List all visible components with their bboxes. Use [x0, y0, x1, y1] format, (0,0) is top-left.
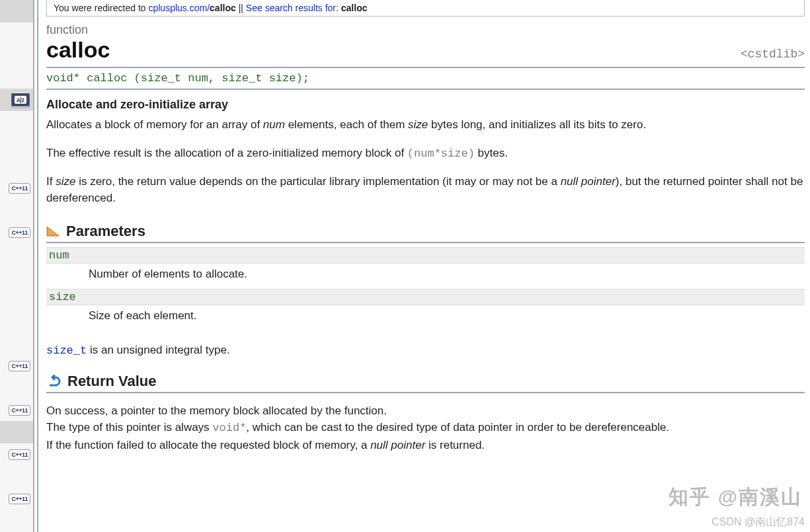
parameters-list: num Number of elements to allocate. size… [46, 247, 805, 330]
size_t-link[interactable]: size_t [46, 344, 87, 357]
param-name: size [46, 289, 805, 305]
triangle-ruler-icon [46, 226, 60, 237]
alpha-index-icon[interactable]: a|z [11, 93, 30, 107]
cpp11-badge: C++11 [9, 449, 30, 460]
param-desc: Number of elements to allocate. [46, 264, 805, 289]
sidebar: a|z C++11 C++11 C++11 C++11 C++11 C++11 [0, 0, 34, 532]
redirect-notice: You were redirected to cplusplus.com/cal… [46, 0, 805, 17]
size_t-note: size_t is an unsigned integral type. [46, 344, 805, 357]
page-title: calloc [46, 37, 110, 63]
param-desc: Size of each element. [46, 305, 805, 330]
description: Allocates a block of memory for an array… [46, 117, 805, 207]
return-value-heading: Return Value [46, 373, 805, 393]
signature: void* calloc (size_t num, size_t size); [46, 72, 805, 85]
return-value-text: On success, a pointer to the memory bloc… [46, 402, 805, 454]
svg-marker-0 [47, 227, 59, 236]
entity-kind: function [46, 23, 805, 37]
header-lib: <cstdlib> [741, 48, 805, 61]
return-arrow-icon [46, 375, 61, 388]
parameters-heading: Parameters [46, 223, 805, 243]
cpp11-badge: C++11 [9, 361, 30, 371]
cpp11-badge: C++11 [9, 405, 30, 416]
cpp11-badge: C++11 [9, 227, 30, 238]
brief: Allocate and zero-initialize array [46, 98, 805, 112]
cpp11-badge: C++11 [9, 183, 30, 194]
param-name: num [46, 247, 805, 264]
search-results-link[interactable]: See search results for: [246, 3, 341, 13]
cpp11-badge: C++11 [9, 494, 30, 504]
